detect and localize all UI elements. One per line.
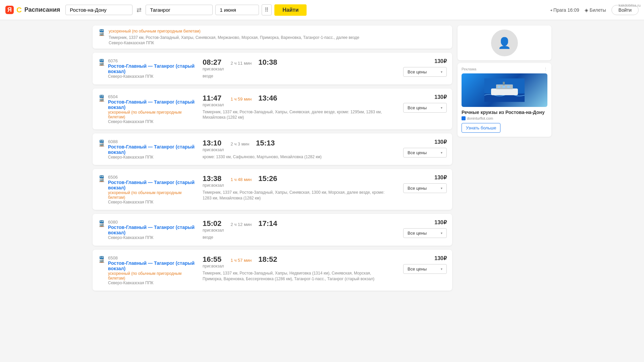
search-button[interactable]: Найти [274, 4, 307, 16]
location-display: ◂ Прага 16:09 [550, 7, 579, 13]
train-card: 🚆 6508 Ростов-Главный — Таганрог (старый… [93, 250, 452, 291]
train-type-link[interactable]: ускоренный (по обычным пригородным билет… [108, 271, 199, 281]
price-value: 130₽ [434, 255, 447, 261]
partial-type-link[interactable]: ускоренный (по обычным пригородным билет… [109, 29, 359, 34]
train-name[interactable]: Ростов-Главный — Таганрог (старый вокзал… [108, 260, 199, 271]
price-dropdown[interactable]: Все цены ▾ [403, 103, 447, 113]
depart-station: приг.вокзал [203, 103, 224, 107]
arrive-time: 10:38 [258, 58, 277, 67]
location-text: Прага 16:09 [553, 7, 579, 13]
duration: 2 ч 3 мин [231, 141, 249, 146]
train-number: 6076 [108, 58, 118, 63]
price-dropdown[interactable]: Все цены ▾ [403, 264, 447, 274]
from-input[interactable] [65, 5, 132, 15]
arrive-time: 18:52 [258, 255, 277, 264]
train-stops: Темерник, 1337 км, Ростов-Западный, Хапр… [203, 270, 389, 282]
depart-station: приг.вокзал [203, 147, 224, 152]
train-name[interactable]: Ростов-Главный — Таганрог (старый вокзал… [108, 225, 199, 235]
train-number: 6088 [108, 139, 118, 144]
avatar-image: 👤 [491, 29, 518, 56]
price-dropdown[interactable]: Все цены ▾ [403, 183, 447, 193]
price-label: Все цены [408, 105, 427, 110]
train-number: 6504 [108, 94, 118, 99]
train-icon: 🚆 [98, 139, 105, 147]
partial-operator: Северо-Кавказская ППК [109, 41, 359, 45]
results-area: 🚆 ускоренный (по обычным пригородным бил… [93, 25, 452, 295]
duration: 1 ч 57 мин [231, 258, 252, 263]
train-operator: Северо-Кавказская ППК [108, 155, 199, 160]
train-number: 6506 [108, 175, 118, 180]
depart-station: приг.вокзал [203, 67, 224, 71]
ad-menu-icon[interactable]: ⋮ [544, 67, 547, 71]
train-operator: Северо-Кавказская ППК [108, 200, 199, 204]
duration: 1 ч 59 мин [231, 97, 252, 102]
train-name[interactable]: Ростов-Главный — Таганрог (старый вокзал… [108, 180, 199, 190]
chevron-down-icon: ▾ [441, 151, 442, 155]
svg-rect-4 [498, 86, 500, 88]
location-icon: ◂ [550, 8, 552, 12]
ad-source: doninturflot.com [462, 116, 547, 120]
train-name[interactable]: Ростов-Главный — Таганрог (старый вокзал… [108, 144, 199, 155]
train-stops: везде [203, 73, 389, 79]
price-dropdown[interactable]: Все цены ▾ [403, 148, 447, 158]
tickets-link[interactable]: ◈ Билеты [585, 7, 606, 13]
train-operator: Северо-Кавказская ППК [108, 235, 199, 240]
svg-rect-5 [502, 86, 505, 88]
price-value: 130₽ [434, 58, 447, 64]
ad-ship-svg [484, 78, 525, 102]
watermark: kakdobitsa.ru [619, 3, 641, 7]
price-value: 130₽ [434, 94, 447, 100]
price-value: 130₽ [434, 219, 447, 226]
train-stops: везде [203, 235, 389, 240]
train-operator: Северо-Кавказская ППК [108, 281, 199, 285]
train-type-link[interactable]: ускоренный (по обычным пригородным билет… [108, 190, 199, 200]
train-icon: 🚆 [98, 256, 105, 263]
logo-ya: Я [5, 6, 14, 14]
logo-text: Расписания [24, 6, 60, 13]
train-card: 🚆 6080 Ростов-Главный — Таганрог (старый… [93, 214, 452, 246]
price-label: Все цены [408, 266, 427, 272]
logo: Я С Расписания [5, 6, 60, 14]
svg-rect-2 [491, 88, 518, 95]
train-card: 🚆 6088 Ростов-Главный — Таганрог (старый… [93, 133, 452, 165]
swap-button[interactable]: ⇄ [135, 5, 143, 15]
train-stops: кроме: 1330 км, Сафьяново, Мартыново, Ми… [203, 154, 389, 160]
date-input[interactable] [215, 5, 259, 15]
train-icon: 🚆 [98, 59, 105, 66]
ad-image [462, 73, 547, 107]
partial-stops: Темерник, 1337 км, Ростов-Западный, Хапр… [109, 35, 359, 41]
train-stops: Темерник, 1337 км, Ростов-Западный, Хапр… [203, 190, 389, 201]
train-card: 🚆 6504 Ростов-Главный — Таганрог (старый… [93, 88, 452, 129]
price-value: 130₽ [434, 139, 447, 145]
price-value: 130₽ [434, 174, 447, 181]
chevron-down-icon: ▾ [441, 186, 442, 190]
train-name[interactable]: Ростов-Главный — Таганрог (старый вокзал… [108, 63, 199, 74]
main-container: 🚆 ускоренный (по обычным пригородным бил… [87, 20, 557, 300]
tickets-icon: ◈ [585, 7, 588, 13]
train-card: 🚆 6076 Ростов-Главный — Таганрог (старый… [93, 53, 452, 84]
price-label: Все цены [408, 186, 427, 191]
depart-station: приг.вокзал [203, 228, 224, 233]
to-input[interactable] [146, 5, 213, 15]
depart-station: приг.вокзал [203, 264, 224, 268]
train-icon: 🚆 [98, 175, 105, 182]
depart-time: 16:55 [203, 255, 224, 264]
depart-station: приг.вокзал [203, 183, 224, 188]
price-dropdown[interactable]: Все цены ▾ [403, 67, 447, 77]
train-operator: Северо-Кавказская ППК [108, 119, 199, 124]
train-type-link[interactable]: ускоренный (по обычным пригородным билет… [108, 110, 199, 119]
chevron-down-icon: ▾ [441, 70, 442, 74]
price-dropdown[interactable]: Все цены ▾ [403, 228, 447, 238]
grid-button[interactable]: ⠿ [262, 4, 272, 15]
depart-time: 13:10 [203, 139, 224, 147]
train-name[interactable]: Ростов-Главный — Таганрог (старый вокзал… [108, 99, 199, 110]
train-number: 6080 [108, 220, 118, 225]
arrive-time: 15:26 [258, 174, 277, 183]
train-list: 🚆 6076 Ростов-Главный — Таганрог (старый… [93, 53, 452, 291]
price-label: Все цены [408, 150, 427, 155]
depart-time: 15:02 [203, 219, 224, 228]
ad-cta-button[interactable]: Узнать больше [462, 123, 500, 133]
train-number: 6508 [108, 255, 118, 260]
arrive-time: 15:13 [256, 139, 275, 147]
ad-block: Реклама ⋮ [458, 63, 551, 137]
